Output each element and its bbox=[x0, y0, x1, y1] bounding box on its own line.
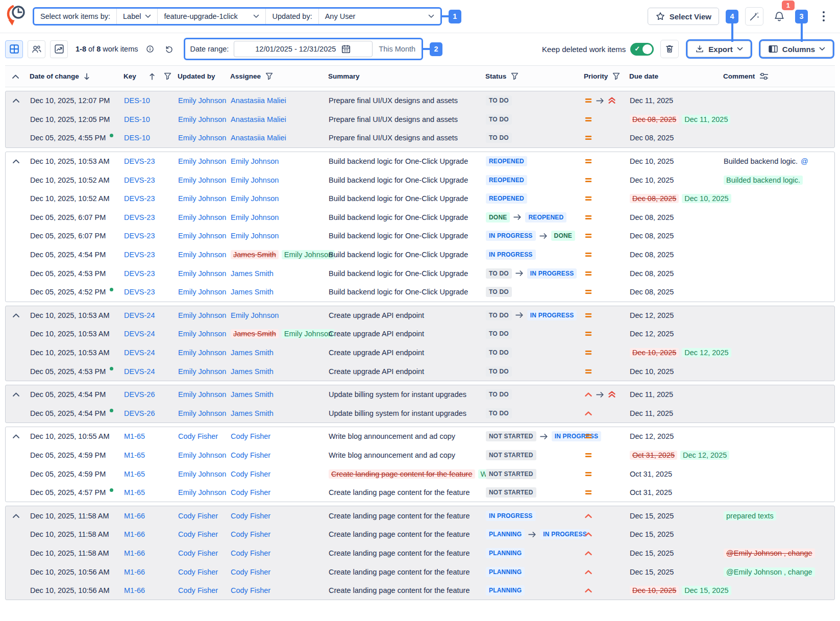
assignee-link[interactable]: James Smith bbox=[231, 367, 274, 376]
assignee-link[interactable]: Anastasiia Maliei bbox=[231, 134, 286, 142]
keep-deleted-toggle[interactable]: ✓ bbox=[630, 43, 654, 56]
work-item-key-link[interactable]: M1-65 bbox=[124, 488, 145, 496]
updated-by-link[interactable]: Emily Johnson bbox=[178, 157, 226, 165]
assignee-link[interactable]: Cody Fisher bbox=[231, 530, 270, 538]
work-item-key-link[interactable]: M1-66 bbox=[124, 512, 145, 520]
assignee-link[interactable]: Emily Johnson bbox=[231, 213, 279, 221]
group-collapse-button[interactable] bbox=[6, 513, 26, 518]
col-key[interactable]: Key bbox=[119, 72, 174, 81]
updated-by-link[interactable]: Cody Fisher bbox=[178, 530, 218, 538]
col-date-of-change[interactable]: Date of change bbox=[26, 72, 119, 81]
work-item-key-link[interactable]: M1-65 bbox=[124, 432, 145, 440]
export-button[interactable]: Export bbox=[687, 41, 751, 57]
work-item-key-link[interactable]: DES-10 bbox=[124, 96, 150, 105]
group-collapse-button[interactable] bbox=[6, 313, 26, 318]
assignee-link[interactable]: James Smith bbox=[231, 349, 274, 357]
col-status[interactable]: Status bbox=[481, 72, 580, 80]
collapse-all-button[interactable] bbox=[5, 74, 26, 79]
work-item-key-link[interactable]: DEVS-23 bbox=[124, 269, 155, 278]
assignee-link[interactable]: James Smith bbox=[231, 409, 274, 417]
work-item-key-link[interactable]: DEVS-26 bbox=[124, 390, 155, 399]
assignee-link[interactable]: James Smith bbox=[231, 269, 274, 278]
updated-by-link[interactable]: Emily Johnson bbox=[178, 451, 226, 459]
magic-wand-button[interactable] bbox=[745, 7, 763, 26]
filter-value-dropdown[interactable]: feature-upgrade-1click bbox=[158, 9, 266, 24]
group-collapse-button[interactable] bbox=[6, 434, 26, 439]
work-item-key-link[interactable]: DEVS-23 bbox=[124, 157, 155, 165]
updated-by-link[interactable]: Emily Johnson bbox=[178, 134, 226, 142]
updated-by-link[interactable]: Emily Johnson bbox=[178, 349, 226, 357]
assignee-link[interactable]: Cody Fisher bbox=[231, 586, 270, 594]
updated-by-link[interactable]: Cody Fisher bbox=[178, 549, 218, 557]
updated-by-link[interactable]: Cody Fisher bbox=[178, 432, 218, 440]
columns-button[interactable]: Columns bbox=[760, 41, 833, 57]
work-item-key-link[interactable]: DEVS-23 bbox=[124, 194, 155, 203]
updated-by-link[interactable]: Emily Johnson bbox=[178, 367, 226, 376]
updated-by-link[interactable]: Cody Fisher bbox=[178, 586, 218, 594]
mention-link[interactable]: @ bbox=[801, 157, 808, 165]
updated-by-link[interactable]: Emily Johnson bbox=[178, 390, 226, 399]
updated-by-link[interactable]: Cody Fisher bbox=[178, 568, 218, 576]
work-item-key-link[interactable]: M1-66 bbox=[124, 549, 145, 557]
updated-by-link[interactable]: Emily Johnson bbox=[178, 330, 226, 338]
col-assignee[interactable]: Assignee bbox=[226, 72, 324, 80]
work-item-key-link[interactable]: DEVS-23 bbox=[124, 251, 155, 259]
col-comment[interactable]: Comment bbox=[719, 72, 835, 80]
chart-view-toggle[interactable] bbox=[50, 40, 68, 58]
group-collapse-button[interactable] bbox=[6, 392, 26, 397]
updated-by-link[interactable]: Emily Johnson bbox=[178, 409, 226, 417]
assignee-link[interactable]: Emily Johnson bbox=[231, 232, 279, 240]
work-item-key-link[interactable]: DEVS-23 bbox=[124, 232, 155, 240]
date-range-input[interactable]: 12/01/2025 - 12/31/2025 bbox=[234, 41, 373, 57]
assignee-link[interactable]: Cody Fisher bbox=[231, 488, 270, 496]
work-item-key-link[interactable]: M1-66 bbox=[124, 568, 145, 576]
assignee-link[interactable]: Cody Fisher bbox=[231, 568, 270, 576]
assignee-link[interactable]: Emily Johnson bbox=[231, 194, 279, 203]
work-item-key-link[interactable]: DEVS-24 bbox=[124, 349, 155, 357]
work-item-key-link[interactable]: DEVS-24 bbox=[124, 330, 155, 338]
updated-by-link[interactable]: Emily Johnson bbox=[178, 251, 226, 259]
assignee-link[interactable]: Anastasiia Maliei bbox=[231, 115, 286, 123]
trash-restore-button[interactable] bbox=[660, 40, 679, 58]
assignee-link[interactable]: Anastasiia Maliei bbox=[231, 96, 286, 105]
updated-by-link[interactable]: Emily Johnson bbox=[178, 269, 226, 278]
info-button[interactable] bbox=[143, 42, 157, 56]
updated-by-link[interactable]: Emily Johnson bbox=[178, 470, 226, 478]
assignee-link[interactable]: Cody Fisher bbox=[231, 512, 270, 520]
assignee-link[interactable]: James Smith bbox=[231, 390, 274, 399]
work-item-key-link[interactable]: DEVS-24 bbox=[124, 311, 155, 319]
updated-by-link[interactable]: Emily Johnson bbox=[178, 311, 226, 319]
notifications-button[interactable]: 1 bbox=[770, 7, 788, 26]
refresh-button[interactable] bbox=[162, 42, 176, 56]
updated-by-link[interactable]: Cody Fisher bbox=[178, 512, 218, 520]
filter-by-dropdown[interactable]: Label bbox=[117, 9, 158, 24]
table-view-toggle[interactable] bbox=[5, 40, 23, 58]
work-item-key-link[interactable]: DEVS-23 bbox=[124, 213, 155, 221]
assignee-link[interactable]: Emily Johnson bbox=[231, 157, 279, 165]
kebab-menu-button[interactable] bbox=[814, 7, 833, 26]
updated-by-link[interactable]: Emily Johnson bbox=[178, 488, 226, 496]
work-item-key-link[interactable]: DEVS-24 bbox=[124, 367, 155, 376]
assignee-link[interactable]: Cody Fisher bbox=[231, 432, 270, 440]
group-collapse-button[interactable] bbox=[6, 159, 26, 164]
select-view-button[interactable]: Select View bbox=[648, 8, 719, 25]
group-collapse-button[interactable] bbox=[6, 98, 26, 103]
work-item-key-link[interactable]: DES-10 bbox=[124, 115, 150, 123]
work-item-key-link[interactable]: M1-66 bbox=[124, 530, 145, 538]
assignee-link[interactable]: Emily Johnson bbox=[231, 176, 279, 184]
assignee-link[interactable]: James Smith bbox=[231, 288, 274, 296]
assignee-link[interactable]: Emily Johnson bbox=[231, 311, 279, 319]
updated-by-link[interactable]: Emily Johnson bbox=[178, 194, 226, 203]
work-item-key-link[interactable]: DEVS-23 bbox=[124, 176, 155, 184]
assignee-link[interactable]: Cody Fisher bbox=[231, 470, 270, 478]
updated-by-link[interactable]: Emily Johnson bbox=[178, 288, 226, 296]
work-item-key-link[interactable]: M1-65 bbox=[124, 470, 145, 478]
work-item-key-link[interactable]: M1-65 bbox=[124, 451, 145, 459]
work-item-key-link[interactable]: DES-10 bbox=[124, 134, 150, 142]
updated-by-link[interactable]: Emily Johnson bbox=[178, 115, 226, 123]
updated-by-dropdown[interactable]: Any User bbox=[319, 9, 440, 24]
updated-by-link[interactable]: Emily Johnson bbox=[178, 96, 226, 105]
people-view-toggle[interactable] bbox=[28, 40, 45, 58]
col-priority[interactable]: Priority bbox=[580, 72, 625, 80]
assignee-link[interactable]: Cody Fisher bbox=[231, 451, 270, 459]
